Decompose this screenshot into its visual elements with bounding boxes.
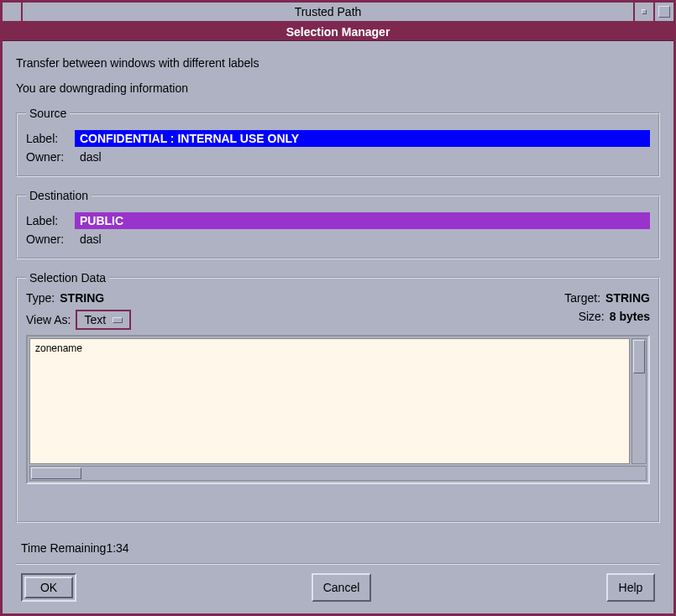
source-owner-key: Owner: — [26, 150, 75, 164]
viewas-key: View As: — [26, 313, 71, 326]
dialog-content: Transfer between windows with different … — [3, 41, 673, 613]
default-button-frame: OK — [21, 573, 76, 602]
selection-data-legend: Selection Data — [26, 271, 109, 285]
viewas-value: Text — [84, 313, 106, 326]
selection-text-view[interactable]: zonename — [29, 338, 630, 464]
selection-data-group: Selection Data Type: STRING View As: Tex… — [16, 271, 660, 523]
button-separator — [16, 563, 660, 565]
window-title: Trusted Path — [23, 3, 633, 21]
horizontal-scrollbar-thumb[interactable] — [31, 467, 81, 479]
source-label-badge: CONFIDENTIAL : INTERNAL USE ONLY — [75, 130, 650, 147]
trusted-path-window: Trusted Path Selection Manager Transfer … — [0, 0, 676, 616]
type-value: STRING — [60, 291, 104, 305]
window-menu-button[interactable] — [3, 3, 23, 21]
button-row: OK Cancel Help — [16, 573, 660, 603]
ok-button[interactable]: OK — [24, 577, 73, 598]
minimize-button[interactable] — [633, 3, 653, 21]
source-legend: Source — [26, 107, 70, 120]
time-remaining-value: 1:34 — [106, 541, 128, 555]
source-owner-value: dasl — [75, 150, 102, 164]
help-button[interactable]: Help — [606, 573, 655, 602]
info-downgrading: You are downgrading information — [16, 81, 660, 95]
horizontal-scrollbar[interactable] — [29, 466, 647, 481]
target-key: Target: — [564, 291, 600, 305]
maximize-icon — [658, 6, 670, 18]
option-menu-indicator-icon — [113, 317, 123, 323]
vertical-scrollbar-thumb[interactable] — [633, 340, 645, 373]
size-value: 8 bytes — [610, 310, 650, 323]
destination-owner-value: dasl — [75, 232, 102, 246]
target-value: STRING — [605, 291, 650, 305]
destination-owner-key: Owner: — [26, 232, 75, 246]
cancel-button[interactable]: Cancel — [312, 573, 372, 602]
dialog-subtitle: Selection Manager — [3, 23, 673, 41]
destination-group: Destination Label: PUBLIC Owner: dasl — [16, 189, 660, 259]
destination-label-key: Label: — [26, 214, 75, 227]
source-group: Source Label: CONFIDENTIAL : INTERNAL US… — [16, 107, 660, 177]
time-remaining-label: Time Remaining — [21, 541, 106, 555]
viewas-option-menu[interactable]: Text — [76, 310, 131, 330]
type-key: Type: — [26, 291, 55, 305]
destination-label-badge: PUBLIC — [75, 212, 650, 229]
maximize-button[interactable] — [653, 3, 673, 21]
time-remaining: Time Remaining1:34 — [21, 541, 655, 555]
info-transfer: Transfer between windows with different … — [16, 56, 660, 70]
minimize-icon — [642, 9, 647, 14]
size-key: Size: — [579, 310, 605, 323]
titlebar[interactable]: Trusted Path — [3, 3, 673, 23]
selection-text-area-wrap: zonename — [26, 335, 650, 484]
vertical-scrollbar[interactable] — [631, 338, 647, 464]
destination-legend: Destination — [26, 189, 92, 202]
source-label-key: Label: — [26, 132, 75, 145]
